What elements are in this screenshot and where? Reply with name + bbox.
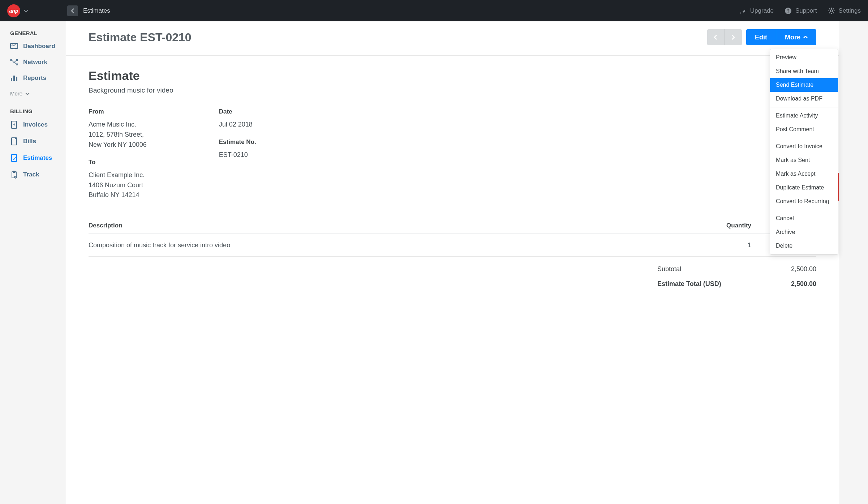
dropdown-divider (770, 210, 838, 210)
help-icon: ? (785, 7, 792, 14)
back-button[interactable] (67, 5, 78, 16)
svg-rect-10 (13, 76, 15, 81)
dropdown-item-mark-sent[interactable]: Mark as Sent (770, 153, 838, 167)
dashboard-icon (10, 43, 18, 50)
from-block: Acme Music Inc. 1012, 578th Street, New … (89, 120, 147, 150)
network-icon (10, 59, 18, 65)
invoices-icon (10, 121, 18, 129)
sidebar-item-dashboard[interactable]: Dashboard (10, 43, 59, 50)
estimate-subtitle: Background music for video (89, 86, 816, 94)
table-row: Composition of music track for service i… (89, 234, 816, 257)
estimates-icon (10, 154, 18, 162)
svg-rect-9 (11, 78, 12, 81)
pager-next[interactable] (725, 29, 742, 45)
chevron-down-icon (25, 90, 30, 97)
section-label-general: GENERAL (10, 30, 59, 36)
line-items-table: Description Quantity R Composition of mu… (89, 218, 816, 257)
dropdown-item-download[interactable]: Download as PDF (770, 92, 838, 106)
svg-rect-4 (13, 48, 15, 49)
dropdown-item-share[interactable]: Share with Team (770, 64, 838, 78)
rocket-icon (739, 7, 747, 14)
to-block: Client Example Inc. 1406 Nuzum Court Buf… (89, 170, 147, 201)
date-label: Date (219, 108, 256, 115)
date-value: Jul 02 2018 (219, 120, 256, 130)
dropdown-item-comment[interactable]: Post Comment (770, 123, 838, 136)
estimate-body: Estimate Background music for video From… (66, 56, 839, 304)
sidebar-item-estimates[interactable]: Estimates (10, 154, 59, 162)
sidebar-item-label: Dashboard (23, 43, 55, 50)
dropdown-item-send[interactable]: Send Estimate (770, 78, 838, 92)
action-buttons: Edit More (746, 29, 816, 45)
sidebar-item-network[interactable]: Network (10, 59, 59, 66)
svg-point-6 (10, 59, 12, 61)
dropdown-divider (770, 138, 838, 138)
dropdown-item-archive[interactable]: Archive (770, 225, 838, 239)
dropdown-item-duplicate[interactable]: Duplicate Estimate (770, 181, 838, 195)
estimate-heading: Estimate (89, 69, 816, 83)
sidebar-item-label: Network (23, 59, 47, 66)
page-header: Estimate EST-0210 Edit More (66, 21, 839, 56)
col-quantity: Quantity (701, 222, 751, 229)
sidebar-more[interactable]: More (10, 90, 59, 97)
logo[interactable]: anp (7, 4, 20, 17)
topbar: anp Estimates Upgrade ? Support Settings (0, 0, 868, 21)
estno-value: EST-0210 (219, 150, 256, 160)
breadcrumb-text[interactable]: Estimates (83, 7, 110, 14)
dropdown-item-convert-invoice[interactable]: Convert to Invoice (770, 140, 838, 153)
from-label: From (89, 108, 147, 115)
dropdown-divider (770, 107, 838, 107)
svg-point-5 (13, 61, 15, 63)
col-description: Description (89, 222, 701, 229)
sidebar-item-track[interactable]: Track (10, 171, 59, 179)
chevron-up-icon (803, 36, 808, 39)
dropdown-item-mark-accept[interactable]: Mark as Accept (770, 167, 838, 181)
bills-icon (10, 137, 18, 145)
svg-point-8 (16, 64, 18, 65)
estno-label: Estimate No. (219, 138, 256, 146)
gear-icon (828, 7, 835, 14)
track-icon (10, 171, 18, 179)
svg-rect-14 (12, 154, 17, 162)
dropdown-item-convert-recurring[interactable]: Convert to Recurring (770, 195, 838, 208)
edit-button[interactable]: Edit (746, 29, 776, 45)
sidebar-item-label: Estimates (23, 154, 52, 162)
more-dropdown: Preview Share with Team Send Estimate Do… (770, 49, 838, 255)
settings-link[interactable]: Settings (828, 7, 861, 14)
svg-rect-11 (16, 77, 17, 81)
sidebar-item-invoices[interactable]: Invoices (10, 121, 59, 129)
sidebar-item-bills[interactable]: Bills (10, 137, 59, 145)
totals: Subtotal 2,500.00 Estimate Total (USD) 2… (657, 261, 816, 291)
breadcrumb: Estimates (67, 5, 110, 16)
page-title: Estimate EST-0210 (89, 31, 707, 44)
to-label: To (89, 159, 147, 166)
sidebar-item-reports[interactable]: Reports (10, 74, 59, 82)
pager (707, 29, 742, 45)
dropdown-item-cancel[interactable]: Cancel (770, 212, 838, 225)
svg-text:?: ? (787, 8, 790, 14)
table-header: Description Quantity R (89, 218, 816, 234)
sidebar-item-label: Bills (23, 138, 36, 145)
svg-point-7 (16, 59, 18, 61)
sidebar-item-label: Reports (23, 74, 46, 82)
upgrade-link[interactable]: Upgrade (739, 7, 774, 14)
main-content: Estimate EST-0210 Edit More (66, 21, 839, 504)
section-label-billing: BILLING (10, 108, 59, 114)
subtotal-row: Subtotal 2,500.00 (657, 261, 816, 276)
more-button[interactable]: More (776, 29, 816, 45)
grandtotal-row: Estimate Total (USD) 2,500.00 (657, 276, 816, 291)
dropdown-item-activity[interactable]: Estimate Activity (770, 109, 838, 123)
sidebar: GENERAL Dashboard Network Reports More (0, 21, 66, 504)
sidebar-item-label: Track (23, 171, 39, 178)
svg-point-2 (830, 10, 833, 12)
sidebar-item-label: Invoices (23, 121, 48, 128)
pager-prev[interactable] (707, 29, 725, 45)
support-link[interactable]: ? Support (785, 7, 817, 14)
dropdown-item-delete[interactable]: Delete (770, 239, 838, 253)
reports-icon (10, 75, 18, 81)
dropdown-item-preview[interactable]: Preview (770, 51, 838, 64)
logo-caret-icon[interactable] (24, 8, 28, 14)
